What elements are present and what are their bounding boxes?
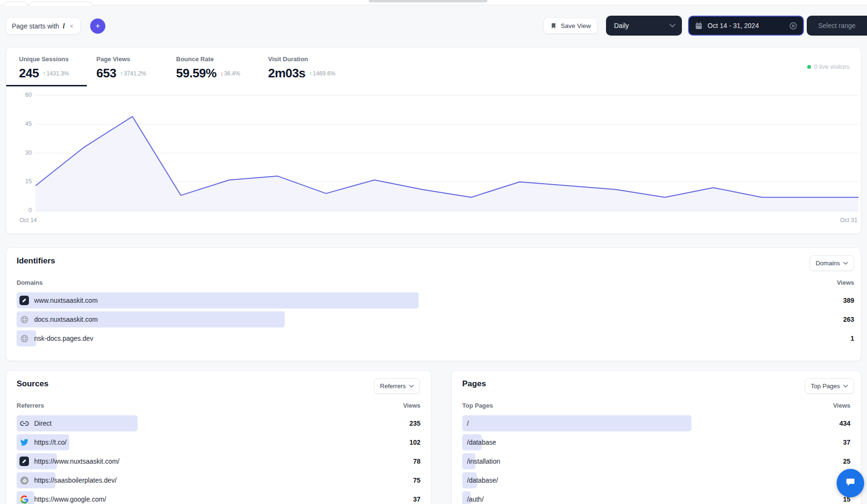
y-axis-tick-label: 0 xyxy=(15,207,32,214)
section-title: Pages xyxy=(462,379,486,389)
save-view-button[interactable]: Save View xyxy=(543,18,597,34)
row-bar xyxy=(462,415,691,431)
table-row[interactable]: /database/ xyxy=(462,472,850,488)
date-range-value: Oct 14 - 31, 2024 xyxy=(708,22,759,29)
referrer-label: https://www.google.com/ xyxy=(34,495,106,503)
section-title: Identifiers xyxy=(17,256,55,266)
identifiers-rows: www.nuxtsaaskit.com 389 docs.nuxtsaaskit… xyxy=(17,292,854,346)
referrer-label: https://www.nuxtsaaskit.com/ xyxy=(34,457,120,465)
table-row[interactable]: / 434 xyxy=(462,415,850,431)
interval-value: Daily xyxy=(614,22,629,29)
column-headers: Top Pages Views xyxy=(462,402,850,409)
dropdown-value: Domains xyxy=(816,260,840,267)
page-path-label: /auth/ xyxy=(467,495,484,503)
chat-bubble-icon xyxy=(844,476,857,491)
views-value: 37 xyxy=(843,439,850,446)
bookmark-icon xyxy=(550,21,557,30)
column-header-views: Views xyxy=(837,279,854,286)
chevron-down-icon xyxy=(843,261,848,265)
interval-dropdown[interactable]: Daily xyxy=(606,16,682,36)
chevron-down-icon xyxy=(843,384,848,388)
views-value: 75 xyxy=(413,476,420,484)
table-row[interactable]: Direct 235 xyxy=(17,415,420,431)
y-axis-tick-label: 15 xyxy=(15,178,32,185)
save-view-label: Save View xyxy=(560,22,591,29)
chevron-down-icon xyxy=(409,384,414,388)
column-header-left: Referrers xyxy=(17,402,44,409)
views-value: 78 xyxy=(413,457,420,465)
views-value: 25 xyxy=(843,457,850,465)
browser-chrome-strip xyxy=(0,0,867,5)
area-chart-plot xyxy=(36,95,858,211)
select-range-label: Select range xyxy=(818,22,856,29)
twitter-icon xyxy=(19,438,29,447)
section-title: Sources xyxy=(17,379,48,389)
dropdown-value: Referrers xyxy=(380,383,406,390)
x-axis-tick-label: Oct 31 xyxy=(840,217,858,224)
domain-label: nsk-docs.pages.dev xyxy=(34,335,93,342)
select-range-button[interactable]: Select range xyxy=(807,16,867,36)
y-axis-tick-label: 30 xyxy=(15,149,32,156)
identifiers-card: Identifiers Domains Domains Views www.nu… xyxy=(6,247,861,361)
tab-ghost xyxy=(4,1,28,6)
x-axis-tick-label: Oct 14 xyxy=(19,217,37,224)
page-path-label: /installation xyxy=(467,457,500,465)
clear-date-icon[interactable] xyxy=(789,21,797,30)
chat-widget-button[interactable] xyxy=(837,469,864,497)
globe-icon xyxy=(19,334,29,343)
calendar-icon xyxy=(695,21,703,30)
column-header-views: Views xyxy=(833,402,850,409)
pages-rows: / 434 /database 37 /installation 25 /dat… xyxy=(462,415,850,504)
nuxtsaaskit-favicon-icon xyxy=(19,296,29,305)
column-headers: Referrers Views xyxy=(17,402,420,409)
google-icon xyxy=(19,495,29,504)
table-row[interactable]: https://www.nuxtsaaskit.com/ 78 xyxy=(17,453,420,469)
sessions-chart: 015304560Oct 14Oct 31 xyxy=(6,47,861,233)
column-header-left: Top Pages xyxy=(462,402,493,409)
table-row[interactable]: https://saasboilerplates.dev/ 75 xyxy=(17,472,420,488)
overview-card: Unique Sessions 245 ↑1431.3% Page Views … xyxy=(6,47,861,234)
referrer-label: Direct xyxy=(34,420,52,427)
table-row[interactable]: nsk-docs.pages.dev 1 xyxy=(17,330,854,346)
page-path-label: /database/ xyxy=(467,476,498,484)
filter-chip-operand: / xyxy=(63,22,65,30)
y-axis-tick-label: 45 xyxy=(15,121,32,127)
views-value: 37 xyxy=(413,495,420,503)
table-row[interactable]: docs.nuxtsaaskit.com 263 xyxy=(17,311,854,327)
scrollbar-remnant xyxy=(369,0,487,2)
domain-label: docs.nuxtsaaskit.com xyxy=(34,316,98,323)
toolbar: Save View Daily Oct 14 - 31, 2024 Select… xyxy=(543,16,867,36)
plus-icon: + xyxy=(95,19,100,33)
table-row[interactable]: /installation 25 xyxy=(462,453,850,469)
sources-dropdown[interactable]: Referrers xyxy=(374,378,420,394)
pages-dropdown[interactable]: Top Pages xyxy=(805,378,854,394)
saasboilerplates-favicon-icon xyxy=(19,476,29,485)
filter-chip-page-starts-with[interactable]: Page starts with / × xyxy=(6,17,81,35)
table-row[interactable]: https://t.co/ 102 xyxy=(17,434,420,450)
views-value: 434 xyxy=(839,420,850,427)
identifiers-dropdown[interactable]: Domains xyxy=(810,255,854,271)
date-range-picker[interactable]: Oct 14 - 31, 2024 xyxy=(688,16,804,36)
y-axis-tick-label: 60 xyxy=(15,92,32,98)
table-row[interactable]: /database 37 xyxy=(462,434,850,450)
table-row[interactable]: www.nuxtsaaskit.com 389 xyxy=(17,292,854,308)
referrer-label: https://saasboilerplates.dev/ xyxy=(34,476,117,484)
nuxtsaaskit-favicon-icon xyxy=(19,457,29,466)
chevron-down-icon xyxy=(670,24,675,28)
dropdown-value: Top Pages xyxy=(811,383,840,390)
globe-icon xyxy=(19,315,29,324)
sources-card: Sources Referrers Referrers Views Direct… xyxy=(6,370,431,504)
table-row[interactable]: https://www.google.com/ 37 xyxy=(17,491,420,504)
views-value: 102 xyxy=(410,439,420,446)
pages-card: Pages Top Pages Top Pages Views / 434 /d… xyxy=(451,370,861,504)
views-value: 1 xyxy=(850,335,854,342)
page-path-label: / xyxy=(467,420,469,427)
column-header-views: Views xyxy=(403,402,420,409)
add-filter-button[interactable]: + xyxy=(90,19,105,34)
column-headers: Domains Views xyxy=(17,279,854,286)
views-value: 389 xyxy=(843,297,854,304)
close-icon[interactable]: × xyxy=(69,22,75,30)
table-row[interactable]: /auth/ 15 xyxy=(462,491,850,504)
referrer-label: https://t.co/ xyxy=(34,439,66,446)
link-icon xyxy=(19,419,29,428)
